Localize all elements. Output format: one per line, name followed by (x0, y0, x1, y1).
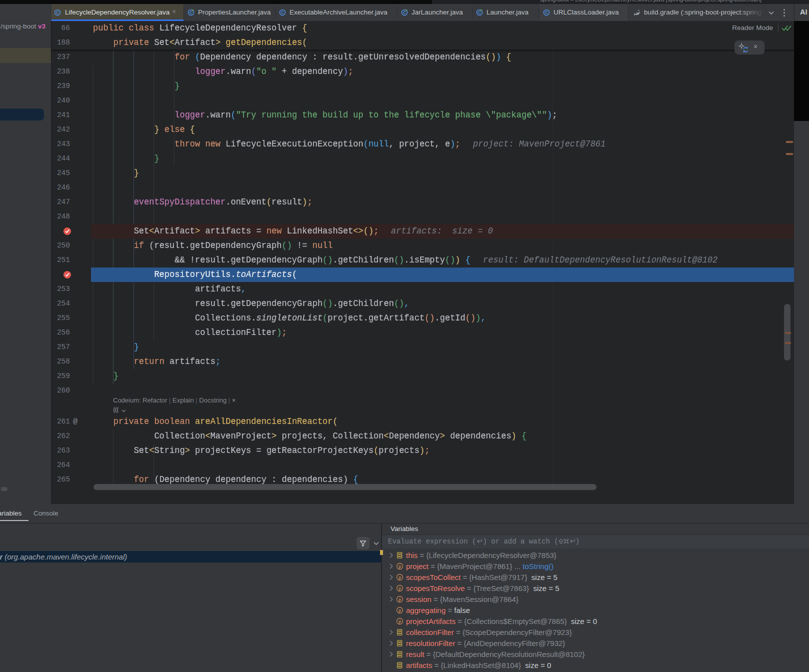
svg-text:p: p (398, 597, 401, 602)
svg-text:C: C (403, 10, 406, 15)
svg-text:C: C (190, 10, 192, 15)
svg-text:p: p (398, 619, 401, 624)
svg-text:C: C (281, 10, 284, 15)
svg-text:p: p (398, 575, 401, 580)
svg-text:p: p (398, 608, 401, 613)
svg-text:C: C (478, 10, 481, 15)
svg-text:C: C (56, 10, 59, 15)
svg-text:p: p (398, 564, 401, 569)
svg-text:p: p (398, 586, 401, 591)
svg-text:C: C (545, 10, 548, 15)
